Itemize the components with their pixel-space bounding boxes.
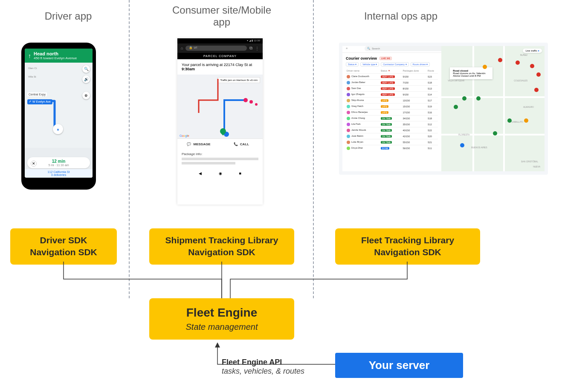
map-marker bbox=[530, 64, 534, 68]
live-traffic-toggle[interactable]: Live traffic ● bbox=[523, 49, 542, 53]
map-area-label: COLEGIALES bbox=[514, 79, 527, 82]
footer-deliveries: 3 deliveries bbox=[25, 173, 93, 176]
column-header-ops: Internal ops app bbox=[341, 10, 461, 22]
filter-status[interactable]: Status ▾ bbox=[346, 62, 359, 66]
browser-urlbar: ⌂ 🔒 url ⧉ ⋮ bbox=[177, 43, 263, 53]
table-row: Sam DasVERY LATE8/150S13 bbox=[346, 86, 438, 92]
filter-hours[interactable]: Hours driven ▾ bbox=[411, 62, 430, 66]
svg-point-1 bbox=[249, 100, 253, 104]
table-row: Jordan BakerVERY LATE7/150S18 bbox=[346, 80, 438, 86]
route-street-pill: ↱ W Evelyn Ave bbox=[27, 99, 52, 104]
map-marker bbox=[498, 58, 502, 62]
api-label-subtitle: tasks, vehicles, & routes bbox=[222, 367, 304, 376]
table-row: Lila ParkON TIME35/150S12 bbox=[346, 121, 438, 127]
consumer-sdk-box: Shipment Tracking LibraryNavigation SDK bbox=[149, 228, 294, 265]
map-area-label: BUENOS AIRES bbox=[471, 146, 487, 149]
home-icon: ◉ bbox=[219, 171, 222, 176]
parcel-message: Your parcel is arriving at 22174 Clay St… bbox=[177, 59, 263, 75]
delivery-footer: 112 California St 3 deliveries bbox=[25, 169, 93, 178]
map-area-label: ALMAGRO bbox=[523, 106, 534, 108]
consumer-actions: 💬MESSAGE 📞CALL bbox=[177, 138, 263, 150]
fleet-engine-api-label: Fleet Engine API tasks, vehicles, & rout… bbox=[222, 358, 304, 376]
internal-ops-mockup: ≡ 🔍Search ✕ Courier overviewLIVE 343 Sta… bbox=[339, 43, 548, 175]
live-badge: LIVE 343 bbox=[379, 57, 392, 60]
fleet-engine-subtitle: State management bbox=[154, 322, 290, 332]
close-icon: ✕ bbox=[31, 161, 37, 167]
courier-table: Driver name Status ▼ Packages done Route… bbox=[346, 68, 438, 151]
map-area-label: SAN CRISTÓBAL bbox=[521, 160, 538, 163]
home-icon: ⌂ bbox=[181, 46, 183, 50]
map-marker bbox=[476, 96, 481, 101]
table-row: Jamila WoodsON TIME40/150S22 bbox=[346, 127, 438, 133]
table-row: Luke BryanON TIME55/150S21 bbox=[346, 139, 438, 145]
map-area-label: CABALLITO bbox=[512, 121, 523, 123]
placeholder-line bbox=[182, 158, 258, 160]
toast-body: Road closure on Av. Valentín Alsina Clos… bbox=[453, 72, 485, 77]
call-icon: 📞 bbox=[234, 142, 238, 146]
road-closed-toast: Road closed Road closure on Av. Valentín… bbox=[450, 67, 492, 79]
map-marker bbox=[462, 96, 466, 101]
eta-sub: 5 mi · 11:16 am bbox=[30, 164, 87, 167]
arrow-up-icon: ↑ bbox=[28, 52, 31, 59]
package-info-label: Package info: bbox=[182, 152, 258, 156]
map-marker bbox=[524, 118, 528, 123]
ops-title: Courier overviewLIVE 343 bbox=[346, 56, 438, 61]
driver-map: Glen Ct Villa St Central Expy 🔍 🔊 ⊕ ↱ W … bbox=[25, 63, 93, 148]
table-row: Dhruv BanerjeeLATE17/150S16 bbox=[346, 110, 438, 115]
filter-vehicle-type[interactable]: Vehicle type ▾ bbox=[360, 62, 379, 66]
map-marker bbox=[460, 143, 464, 147]
your-server-box: Your server bbox=[335, 353, 463, 378]
menu-icon: ≡ bbox=[346, 47, 348, 50]
th-status: Status ▼ bbox=[380, 68, 402, 74]
table-row: Annie ChangON TIME34/150S18 bbox=[346, 115, 438, 121]
map-marker bbox=[507, 118, 512, 123]
th-route: Route bbox=[427, 68, 438, 74]
table-row: Divya DharDONE56/150S11 bbox=[346, 145, 438, 151]
placeholder-line bbox=[182, 162, 235, 164]
more-icon: ⋮ bbox=[255, 46, 259, 51]
search-icon: 🔍 bbox=[367, 47, 370, 50]
fleet-engine-box: Fleet Engine State management bbox=[149, 298, 294, 340]
phone-statusbar: ▾ ◢ ▮ 12:30 bbox=[177, 38, 263, 43]
call-button[interactable]: 📞CALL bbox=[220, 139, 263, 150]
th-packages: Packages done bbox=[402, 68, 427, 74]
table-row: Igor ZhagoloVERY LATE9/150S14 bbox=[346, 92, 438, 98]
route-line bbox=[177, 75, 263, 138]
url-input: 🔒 url bbox=[185, 46, 247, 51]
ops-filters: Status ▾ Vehicle type ▾ Contractor Compa… bbox=[346, 62, 438, 66]
table-row: Claire DuckworthVERY LATE5/150S23 bbox=[346, 74, 438, 80]
tabs-icon: ⧉ bbox=[249, 46, 252, 51]
fleet-engine-title: Fleet Engine bbox=[154, 306, 290, 320]
map-marker bbox=[483, 65, 487, 69]
table-row: José BalvinON TIME42/150S20 bbox=[346, 133, 438, 139]
parcel-eta-time: 9:30am bbox=[182, 67, 258, 71]
table-row: Greg HatchLATE15/150S19 bbox=[346, 104, 438, 110]
back-icon: ◀ bbox=[199, 171, 202, 176]
brand-header: PARCEL COMPANY bbox=[177, 53, 263, 59]
package-info-section: Package info: bbox=[177, 150, 263, 169]
driver-app-mockup: ↑ Head north 450 ft toward Evelyn Avenue… bbox=[21, 43, 96, 190]
svg-point-2 bbox=[255, 103, 258, 106]
column-header-consumer: Consumer site/Mobile app bbox=[171, 4, 273, 28]
map-area-label: FLORESTA bbox=[458, 133, 469, 136]
message-button[interactable]: 💬MESSAGE bbox=[177, 139, 220, 150]
recents-icon: ■ bbox=[239, 171, 241, 176]
android-nav-buttons: ◀ ◉ ■ bbox=[177, 169, 263, 180]
column-header-driver: Driver app bbox=[26, 10, 111, 22]
filter-contractor[interactable]: Contractor Company ▾ bbox=[381, 62, 408, 66]
google-logo: Google bbox=[180, 134, 189, 137]
consumer-map: Traffic jam on Harrison St +6 min Google bbox=[177, 75, 263, 138]
map-area-label: NUÑEZ bbox=[520, 54, 527, 56]
map-area-label: NUEVA bbox=[533, 165, 540, 168]
api-label-title: Fleet Engine API bbox=[222, 358, 304, 367]
eta-bar: ✕ 12 min 5 mi · 11:16 am bbox=[27, 157, 90, 168]
ops-sdk-box: Fleet Tracking LibraryNavigation SDK bbox=[335, 228, 480, 265]
map-marker bbox=[454, 105, 458, 109]
direction-title: Head north bbox=[34, 51, 77, 56]
map-marker bbox=[534, 88, 539, 92]
map-area-label: VILLA ORTÚZAR bbox=[448, 79, 464, 82]
message-icon: 💬 bbox=[187, 142, 191, 146]
route-line bbox=[25, 63, 93, 148]
svg-point-0 bbox=[243, 98, 248, 102]
footer-address: 112 California St bbox=[25, 170, 93, 173]
